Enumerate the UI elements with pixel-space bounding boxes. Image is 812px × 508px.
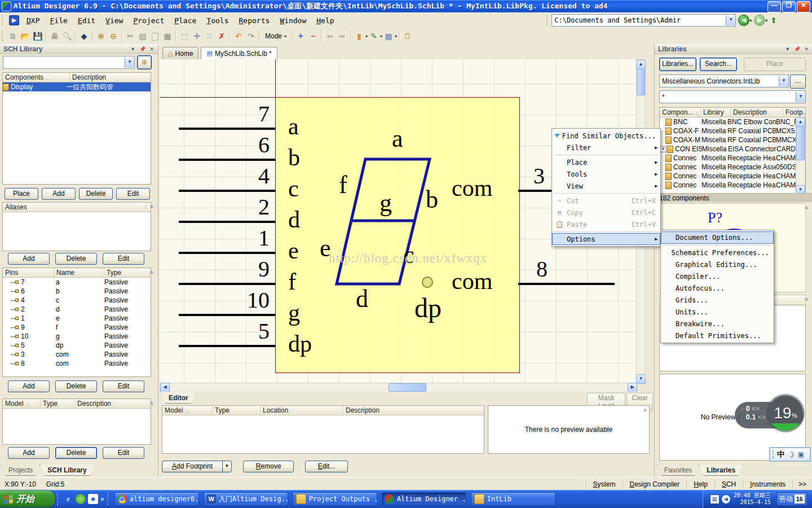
add-model-button[interactable]: Add <box>8 447 50 459</box>
close-button[interactable]: ✕ <box>797 1 810 12</box>
pin-row[interactable]: 7aPassive <box>3 278 151 287</box>
library-row[interactable]: ConnecMiscellaReceptacle HeaCHAMP <box>660 172 805 181</box>
expand-icon[interactable]: + <box>660 146 667 152</box>
pins-table-header[interactable]: Pins Name Type <box>3 268 151 278</box>
tray-ime-badge[interactable]: 劳动 16 <box>776 492 807 506</box>
library-row[interactable]: COAX-MMiscellaRF Coaxial PCB IMMCX2 <box>660 135 805 144</box>
zoom-out-icon[interactable]: ⊖ <box>107 30 120 42</box>
grid-tool-icon[interactable]: ▦ <box>382 30 395 42</box>
quicklaunch-paw-icon[interactable]: ❖ <box>88 494 98 504</box>
add-alias-button[interactable]: Add <box>8 253 50 265</box>
pin-row[interactable]: 4cPassive <box>3 296 151 305</box>
edit-pin-button[interactable]: Edit <box>103 380 144 392</box>
vscroll-thumb[interactable] <box>637 69 645 95</box>
libraries-button[interactable]: Libraries... <box>659 58 696 71</box>
remove-footprint-button[interactable]: Remove <box>243 461 294 472</box>
print-preview-icon[interactable]: 🔍 <box>61 30 73 42</box>
pin-row[interactable]: 6bPassive <box>3 287 151 296</box>
bottom-collapse-icon[interactable]: « <box>642 409 648 411</box>
menu-find-similar[interactable]: Find Similar Objects... <box>552 130 660 142</box>
design-compiler-panels-button[interactable]: Design Compiler <box>623 480 687 488</box>
tab-sch-library[interactable]: SCH Library <box>40 465 94 476</box>
lib-scroll-up-icon[interactable]: ▲ <box>796 117 805 127</box>
pin-row[interactable]: 10gPassive <box>3 332 151 341</box>
library-browse-button[interactable]: … <box>790 75 806 89</box>
col-lib-library[interactable]: Library <box>701 108 731 117</box>
library-row[interactable]: ConnecMiscellaReceptacle Asse050DSL <box>660 163 805 172</box>
menu-file[interactable]: File <box>45 14 72 27</box>
tab-projects[interactable]: Projects <box>1 465 40 476</box>
col-fp-description[interactable]: Description <box>343 406 484 415</box>
component-tool-icon[interactable]: ▮ <box>353 30 365 42</box>
submenu-breakwire[interactable]: Breakwire... <box>661 318 774 330</box>
menu-edit[interactable]: Edit <box>73 14 100 27</box>
ime-drag-handle[interactable] <box>773 450 774 459</box>
sch-library-panel-header[interactable]: SCH Library ▼ 📌 ✕ <box>0 44 158 54</box>
taskbar-item-project-outputs[interactable]: Project Outputs ... <box>293 492 377 506</box>
quicklaunch-360-icon[interactable] <box>76 494 86 504</box>
taskbar-item-intlib[interactable]: IntLib <box>471 492 555 506</box>
panel-close-icon[interactable]: ✕ <box>149 46 154 52</box>
pin-row[interactable]: 2dPassive <box>3 305 151 314</box>
ime-settings-icon[interactable]: ▣ <box>798 450 804 458</box>
tab-favorites[interactable]: Favorites <box>657 465 699 476</box>
add-mode-icon[interactable]: ＋ <box>294 30 307 42</box>
tab-myschlib[interactable]: ▤MySchLib.SchLib * <box>201 47 277 59</box>
minimize-button[interactable]: — <box>767 1 781 12</box>
submenu-schematic-preferences[interactable]: Schematic Preferences... <box>661 247 774 259</box>
delete-component-button[interactable]: Delete <box>79 188 113 200</box>
copy-icon[interactable]: ▤ <box>136 30 149 42</box>
panel-pin-icon[interactable]: 📌 <box>139 46 145 52</box>
menu-filter[interactable]: Filter ▶ <box>552 142 660 154</box>
menu-options[interactable]: Options ▶ <box>552 233 660 245</box>
menu-dxp[interactable]: DXP <box>21 14 45 27</box>
new-document-icon[interactable]: 🗎 <box>7 30 19 42</box>
scroll-left-icon[interactable]: ◀ <box>160 383 170 392</box>
prev-part-icon[interactable]: ⇦ <box>324 30 336 42</box>
libraries-pin-icon[interactable]: 📌 <box>794 46 800 52</box>
add-pin-button[interactable]: Add <box>8 380 50 392</box>
search-dropdown-icon[interactable]: ▼ <box>125 58 134 68</box>
library-row[interactable]: +CON EISMiscellaEISA Connector,CARD1. <box>660 144 805 154</box>
pin-row[interactable]: 9fPassive <box>3 323 151 332</box>
paste-icon[interactable]: 📋 <box>149 30 161 42</box>
pin-row[interactable]: 5dpPassive <box>3 341 151 350</box>
nav-back-caret-icon[interactable]: ▾ <box>749 18 752 23</box>
editor-mode-tab[interactable]: Editor <box>161 392 196 404</box>
panel-menu-icon[interactable]: ▼ <box>130 46 135 52</box>
open-icon[interactable]: 📂 <box>19 30 32 42</box>
title-bar[interactable]: Altium Designer 6.9 - C:\Documents and S… <box>0 0 812 12</box>
library-row[interactable]: ConnecMiscellaReceptacle HeaCHAMP <box>660 154 805 163</box>
col-pin-name[interactable]: Name <box>54 268 104 277</box>
col-lib-footprint[interactable]: Footp... <box>783 108 805 117</box>
drawing-tool-icon[interactable]: ✎ <box>368 30 380 42</box>
address-grip[interactable] <box>546 15 550 25</box>
submenu-grids[interactable]: Grids... <box>661 294 774 306</box>
help-panels-button[interactable]: Help <box>686 480 714 488</box>
col-model-desc[interactable]: Description <box>75 399 151 408</box>
add-component-button[interactable]: Add <box>42 188 76 200</box>
ime-chinese-icon[interactable]: 中 <box>777 449 784 459</box>
move-icon[interactable]: ✛ <box>191 30 203 42</box>
sch-panels-button[interactable]: SCH <box>714 480 743 488</box>
restore-button[interactable]: ❐ <box>782 1 796 12</box>
address-combobox[interactable]: C:\Documents and Settings\Admir ▼ <box>551 14 736 27</box>
workspace-icon[interactable]: ◆ <box>78 30 90 42</box>
menu-project[interactable]: Project <box>128 14 169 27</box>
menu-window[interactable]: Window <box>275 14 311 27</box>
footprint-collapse-icon[interactable]: « <box>804 298 810 300</box>
library-list-scrollbar[interactable]: ▲ ▼ <box>796 117 805 194</box>
edit-component-button[interactable]: Edit <box>116 188 150 200</box>
col-fp-type[interactable]: Type <box>213 406 261 415</box>
nav-forward-caret-icon[interactable]: ▾ <box>765 18 767 23</box>
tray-clock[interactable]: 20:48 星期三 2015-4-15 <box>734 492 771 506</box>
up-one-level-icon[interactable]: ⬆ <box>770 16 777 25</box>
col-fp-location[interactable]: Location <box>261 406 343 415</box>
taskbar-item-word-doc[interactable]: W 入门Altium Desig... <box>204 492 288 506</box>
pin-row[interactable]: 3comPassive <box>3 350 151 359</box>
menu-place[interactable]: Place ▶ <box>552 156 660 168</box>
menu-reports[interactable]: Reports <box>234 14 275 27</box>
tray-clipboard-icon[interactable]: ▤ <box>710 494 720 504</box>
submenu-document-options[interactable]: Document Options... <box>661 231 774 244</box>
col-fp-model[interactable]: Model△ <box>162 406 213 415</box>
